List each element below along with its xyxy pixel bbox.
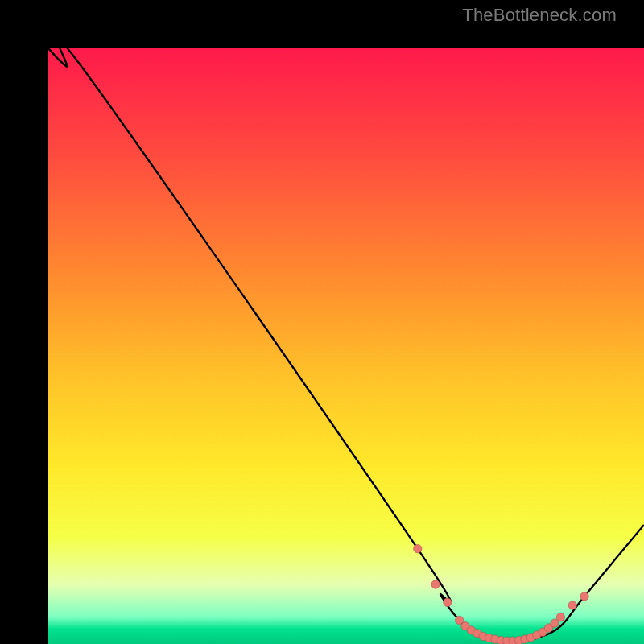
marker-dot (414, 544, 422, 552)
gradient-background (48, 48, 644, 644)
marker-dot (556, 613, 564, 621)
bottleneck-chart (48, 48, 644, 644)
watermark-label: TheBottleneck.com (462, 5, 617, 26)
marker-dot (431, 580, 440, 588)
marker-dot (580, 592, 588, 601)
marker-dot (568, 601, 576, 609)
chart-frame (24, 24, 620, 620)
marker-dot (444, 598, 452, 606)
